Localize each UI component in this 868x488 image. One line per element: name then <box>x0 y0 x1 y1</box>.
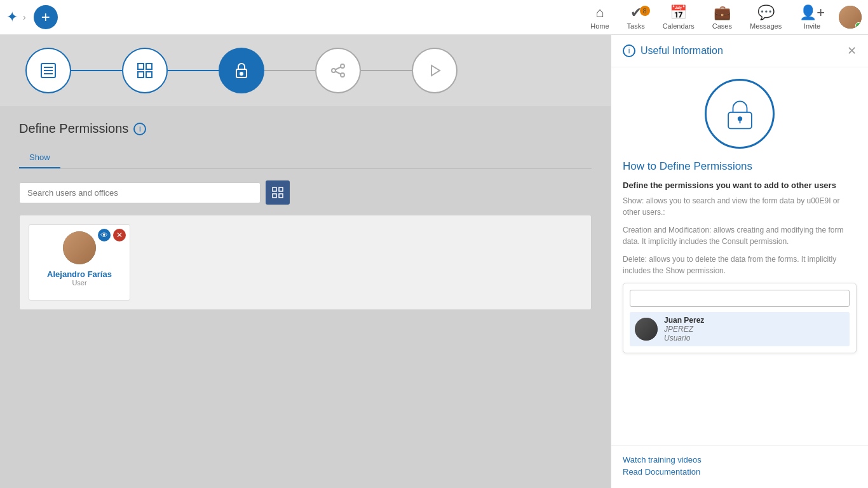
svg-line-13 <box>336 67 341 70</box>
step-line-1 <box>71 70 122 71</box>
step-line-2 <box>168 70 219 71</box>
nav-invite[interactable]: 👤+ Invite <box>790 4 834 30</box>
nav-messages[interactable]: 💬 Messages <box>741 4 790 30</box>
svg-rect-17 <box>279 187 283 191</box>
calendars-icon: 📅 <box>670 4 687 21</box>
panel-show-desc: Show: allows you to search and view the … <box>623 195 857 218</box>
nav-icons-group: ⌂ Home ✔ 8 Tasks 📅 Calendars 💼 Cases 💬 M… <box>581 4 862 30</box>
panel-title: i Useful Information <box>623 44 723 57</box>
user-avatar[interactable] <box>839 6 862 29</box>
tab-show[interactable]: Show <box>19 147 60 168</box>
panel-info-icon: i <box>623 44 635 57</box>
user-view-button[interactable]: 👁 <box>98 229 111 241</box>
panel-lock-illustration <box>705 79 775 149</box>
main-layout: Define Permissions i Show <box>0 35 868 488</box>
step-line-4 <box>361 70 412 71</box>
svg-rect-7 <box>146 72 152 78</box>
workflow-step-3[interactable] <box>219 48 264 93</box>
preview-avatar <box>635 318 658 341</box>
grid-view-button[interactable] <box>266 180 290 205</box>
right-panel: i Useful Information ✕ How to Define Per… <box>611 35 868 488</box>
workflow-bar <box>0 35 611 106</box>
nav-calendars[interactable]: 📅 Calendars <box>654 4 703 30</box>
user-name: Alejandro Farías <box>47 269 112 279</box>
svg-rect-19 <box>279 194 283 198</box>
user-avatar-face <box>63 231 96 264</box>
page-content: Define Permissions i Show <box>0 106 611 488</box>
nav-tasks[interactable]: ✔ 8 Tasks <box>618 4 654 30</box>
panel-body: How to Define Permissions Define the per… <box>611 67 868 445</box>
user-remove-button[interactable]: ✕ <box>113 229 126 241</box>
svg-rect-18 <box>273 194 276 198</box>
panel-header: i Useful Information ✕ <box>611 35 868 67</box>
preview-user-info: Juan Perez JPEREZ Usuario <box>664 316 704 342</box>
panel-preview: jperez Juan Perez JPEREZ Usuario <box>623 283 857 353</box>
search-row <box>19 180 592 205</box>
nav-chevron-icon[interactable]: › <box>23 12 26 22</box>
nav-home[interactable]: ⌂ Home <box>581 4 618 30</box>
users-grid: 👁 ✕ Alejandro Farías User <box>19 215 592 310</box>
user-card-actions: 👁 ✕ <box>98 229 126 241</box>
svg-rect-6 <box>138 72 144 78</box>
svg-point-11 <box>332 69 336 72</box>
cases-icon: 💼 <box>714 4 731 21</box>
invite-icon: 👤+ <box>799 4 825 21</box>
step-line-3 <box>264 70 315 71</box>
panel-footer: Watch training videos Read Documentation <box>611 445 868 488</box>
search-input[interactable] <box>19 182 261 203</box>
preview-user-sub1: JPEREZ <box>664 325 704 334</box>
svg-point-10 <box>341 64 344 68</box>
panel-creation-desc: Creation and Modification: allows creati… <box>623 224 857 247</box>
add-button[interactable]: + <box>34 5 58 29</box>
svg-point-12 <box>341 73 344 77</box>
panel-section-title: How to Define Permissions <box>623 160 857 173</box>
user-role: User <box>72 279 86 287</box>
svg-point-22 <box>738 117 742 121</box>
workflow-step-4[interactable] <box>315 48 361 93</box>
panel-desc-bold: Define the permissions you want to add t… <box>623 180 857 190</box>
user-card[interactable]: 👁 ✕ Alejandro Farías User <box>29 224 130 301</box>
workflow-step-5[interactable] <box>412 48 458 93</box>
tasks-badge: 8 <box>640 6 650 16</box>
read-documentation-link[interactable]: Read Documentation <box>623 467 857 477</box>
nav-cases[interactable]: 💼 Cases <box>703 4 741 30</box>
svg-point-9 <box>240 72 243 75</box>
preview-user-row: Juan Perez JPEREZ Usuario <box>630 312 850 346</box>
workflow-step-1[interactable] <box>25 48 71 93</box>
content-area: Define Permissions i Show <box>0 35 611 488</box>
top-navigation: ✦ › + ⌂ Home ✔ 8 Tasks 📅 Calendars 💼 Cas… <box>0 0 868 35</box>
user-avatar-img <box>63 231 96 264</box>
workflow-step-2[interactable] <box>122 48 168 93</box>
svg-line-14 <box>336 72 341 74</box>
preview-avatar-face <box>635 318 658 341</box>
panel-delete-desc: Delete: allows you to delete the data fr… <box>623 254 857 276</box>
online-indicator <box>855 22 862 29</box>
tabs-bar: Show <box>19 147 592 169</box>
svg-rect-4 <box>138 64 144 69</box>
svg-marker-15 <box>431 65 440 76</box>
svg-rect-5 <box>146 64 152 69</box>
nav-logo-icon: ✦ <box>6 9 18 25</box>
page-title-info-icon[interactable]: i <box>133 123 146 135</box>
preview-user-name: Juan Perez <box>664 316 704 325</box>
home-icon: ⌂ <box>595 4 604 21</box>
page-title: Define Permissions i <box>19 121 592 136</box>
preview-search-input[interactable]: jperez <box>630 290 850 307</box>
panel-close-button[interactable]: ✕ <box>847 44 857 58</box>
watch-training-videos-link[interactable]: Watch training videos <box>623 455 857 464</box>
messages-icon: 💬 <box>757 4 775 21</box>
preview-user-sub2: Usuario <box>664 334 704 342</box>
svg-rect-16 <box>273 187 276 191</box>
